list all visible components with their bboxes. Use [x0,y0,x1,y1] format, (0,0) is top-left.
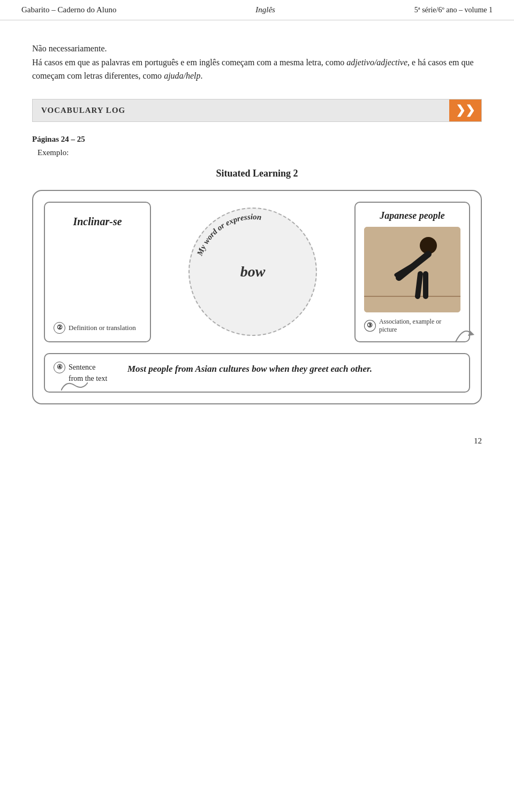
bowing-person-svg [364,227,460,312]
header-left: Gabarito – Caderno do Aluno [21,5,116,14]
vocab-card: Inclinar-se ② Definition or translation … [32,190,482,404]
vocab-log-icon: ❯❯ [456,103,475,117]
situated-learning-title: Situated Learning 2 [32,168,482,179]
vocab-log-label: VOCABULARY LOG [41,106,125,115]
center-oval-word: bow [240,263,266,280]
assoc-label: Association, example or picture [379,318,460,334]
intro-para1: Não necessariamente. [32,42,482,56]
circle-num-2: ② [54,322,65,334]
page-number: 12 [0,426,514,456]
top-row: Inclinar-se ② Definition or translation … [44,202,470,342]
intro-italic1: adjetivo/adjective [346,58,407,67]
person-bowing-image [364,227,460,312]
arrow-decoration [453,323,474,347]
page-header: Gabarito – Caderno do Aluno Inglês 5ª sé… [0,0,514,20]
svg-text:My word or expression: My word or expression [195,212,262,257]
main-content: Não necessariamente. Há casos em que as … [0,20,514,426]
paginas-label: Páginas 24 – 25 [32,135,482,144]
bottom-sentence: Most people from Asian cultures bow when… [127,362,372,376]
bottom-section: ④ Sentence from the text Most people fro… [44,353,470,393]
intro-para2-prefix: Há casos em que as palavras em português… [32,58,346,67]
right-box-bottom: ③ Association, example or picture [364,318,460,334]
circle-num-3: ③ [364,320,376,332]
vocab-log-bar: VOCABULARY LOG ❯❯ [32,99,482,122]
scroll-curl [61,380,88,398]
label-line1: Sentence [69,363,96,371]
circle-num-4: ④ [54,362,65,373]
header-center: Inglês [255,5,275,14]
left-box-title: Inclinar-se [54,210,141,228]
right-box-title: Japanese people [364,210,460,221]
center-oval-wrapper: My word or expression bow [156,202,349,342]
right-box: Japanese people [354,202,470,342]
svg-line-5 [418,274,420,296]
scroll-curl-svg [61,380,88,396]
center-oval: My word or expression bow [188,208,317,336]
curl-arrow-svg [453,323,474,344]
definition-label: Definition or translation [69,324,136,332]
left-box: Inclinar-se ② Definition or translation [44,202,151,342]
intro-paragraph: Não necessariamente. Há casos em que as … [32,42,482,83]
intro-italic2: ajuda/help [164,71,200,80]
vocab-log-button[interactable]: ❯❯ [449,99,481,121]
header-right: 5ª série/6º ano – volume 1 [414,6,493,14]
exemplo-label: Exemplo: [37,148,482,157]
intro-para2: Há casos em que as palavras em português… [32,56,482,83]
intro-para2-end: . [201,71,203,80]
left-box-bottom: ② Definition or translation [54,322,141,334]
